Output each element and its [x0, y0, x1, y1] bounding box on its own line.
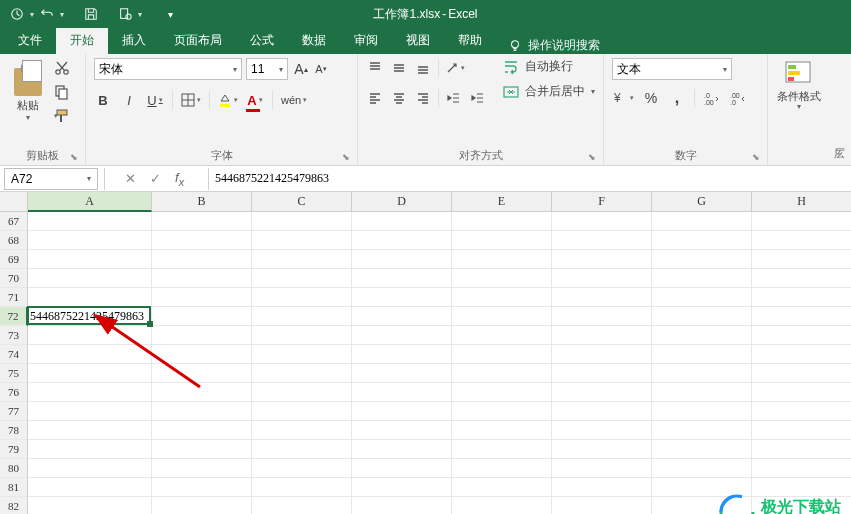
tab-insert[interactable]: 插入 — [108, 27, 160, 54]
col-header-B[interactable]: B — [152, 192, 252, 212]
cell-D68[interactable] — [352, 231, 452, 250]
col-header-A[interactable]: A — [28, 192, 152, 212]
cell-E75[interactable] — [452, 364, 552, 383]
cell-F78[interactable] — [552, 421, 652, 440]
cell-C68[interactable] — [252, 231, 352, 250]
cell-B80[interactable] — [152, 459, 252, 478]
cell-E67[interactable] — [452, 212, 552, 231]
tab-review[interactable]: 审阅 — [340, 27, 392, 54]
cell-A79[interactable] — [28, 440, 152, 459]
cell-C70[interactable] — [252, 269, 352, 288]
tab-view[interactable]: 视图 — [392, 27, 444, 54]
align-launcher-icon[interactable]: ⬊ — [585, 150, 599, 164]
cell-H68[interactable] — [752, 231, 851, 250]
cell-H78[interactable] — [752, 421, 851, 440]
cell-A75[interactable] — [28, 364, 152, 383]
cell-G70[interactable] — [652, 269, 752, 288]
row-header-67[interactable]: 67 — [0, 212, 28, 231]
cell-G76[interactable] — [652, 383, 752, 402]
cell-F72[interactable] — [552, 307, 652, 326]
cell-G78[interactable] — [652, 421, 752, 440]
clipboard-launcher-icon[interactable]: ⬊ — [67, 150, 81, 164]
cell-D74[interactable] — [352, 345, 452, 364]
cell-B73[interactable] — [152, 326, 252, 345]
select-all-corner[interactable] — [0, 192, 28, 212]
copy-icon[interactable]: ▾ — [54, 84, 72, 102]
cell-E79[interactable] — [452, 440, 552, 459]
cell-A72[interactable] — [28, 307, 152, 326]
tab-help[interactable]: 帮助 — [444, 27, 496, 54]
increase-decimal-icon[interactable]: .0.00 — [703, 88, 721, 108]
row-header-70[interactable]: 70 — [0, 269, 28, 288]
cell-F80[interactable] — [552, 459, 652, 478]
collapse-ribbon-icon[interactable]: 㕄 — [834, 146, 845, 161]
cell-C71[interactable] — [252, 288, 352, 307]
cell-C76[interactable] — [252, 383, 352, 402]
save-icon[interactable] — [82, 5, 100, 23]
cell-E71[interactable] — [452, 288, 552, 307]
format-painter-icon[interactable] — [54, 108, 72, 126]
cell-G71[interactable] — [652, 288, 752, 307]
cell-G75[interactable] — [652, 364, 752, 383]
cell-B69[interactable] — [152, 250, 252, 269]
decrease-decimal-icon[interactable]: .00.0 — [729, 88, 747, 108]
increase-indent-icon[interactable] — [469, 88, 487, 108]
conditional-formatting-button[interactable]: 条件格式 ▾ — [776, 58, 822, 111]
cell-C72[interactable] — [252, 307, 352, 326]
cell-E78[interactable] — [452, 421, 552, 440]
cell-F68[interactable] — [552, 231, 652, 250]
row-header-73[interactable]: 73 — [0, 326, 28, 345]
row-header-71[interactable]: 71 — [0, 288, 28, 307]
col-header-D[interactable]: D — [352, 192, 452, 212]
col-header-G[interactable]: G — [652, 192, 752, 212]
cell-E81[interactable] — [452, 478, 552, 497]
cell-C69[interactable] — [252, 250, 352, 269]
cell-B74[interactable] — [152, 345, 252, 364]
qat-more-icon[interactable]: ▾ — [138, 10, 142, 19]
col-header-E[interactable]: E — [452, 192, 552, 212]
cell-C77[interactable] — [252, 402, 352, 421]
name-box[interactable]: A72 ▾ — [4, 168, 98, 190]
cell-B78[interactable] — [152, 421, 252, 440]
cell-A77[interactable] — [28, 402, 152, 421]
cell-B68[interactable] — [152, 231, 252, 250]
cell-D77[interactable] — [352, 402, 452, 421]
cell-H69[interactable] — [752, 250, 851, 269]
cell-D72[interactable] — [352, 307, 452, 326]
cell-F71[interactable] — [552, 288, 652, 307]
undo-dropdown-icon[interactable]: ▾ — [60, 10, 64, 19]
font-color-button[interactable]: A▾ — [246, 90, 264, 110]
cell-C74[interactable] — [252, 345, 352, 364]
align-top-icon[interactable] — [366, 58, 384, 78]
cell-D70[interactable] — [352, 269, 452, 288]
cell-G72[interactable] — [652, 307, 752, 326]
cell-A76[interactable] — [28, 383, 152, 402]
cell-B71[interactable] — [152, 288, 252, 307]
cell-E77[interactable] — [452, 402, 552, 421]
cell-B77[interactable] — [152, 402, 252, 421]
orientation-button[interactable]: ▾ — [445, 58, 465, 78]
cell-C67[interactable] — [252, 212, 352, 231]
percent-button[interactable]: % — [642, 88, 660, 108]
merge-center-button[interactable]: 合并后居中 ▾ — [503, 83, 595, 100]
cell-H74[interactable] — [752, 345, 851, 364]
tab-data[interactable]: 数据 — [288, 27, 340, 54]
cell-G74[interactable] — [652, 345, 752, 364]
cell-H75[interactable] — [752, 364, 851, 383]
cell-E76[interactable] — [452, 383, 552, 402]
cell-D75[interactable] — [352, 364, 452, 383]
cell-B67[interactable] — [152, 212, 252, 231]
align-bottom-icon[interactable] — [414, 58, 432, 78]
cell-A80[interactable] — [28, 459, 152, 478]
cell-A68[interactable] — [28, 231, 152, 250]
row-header-79[interactable]: 79 — [0, 440, 28, 459]
row-header-68[interactable]: 68 — [0, 231, 28, 250]
fx-icon[interactable]: fx — [175, 170, 184, 188]
cut-icon[interactable] — [54, 60, 72, 78]
cell-D73[interactable] — [352, 326, 452, 345]
cell-A70[interactable] — [28, 269, 152, 288]
row-header-69[interactable]: 69 — [0, 250, 28, 269]
number-format-combo[interactable]: 文本▾ — [612, 58, 732, 80]
cell-C82[interactable] — [252, 497, 352, 514]
cell-G68[interactable] — [652, 231, 752, 250]
